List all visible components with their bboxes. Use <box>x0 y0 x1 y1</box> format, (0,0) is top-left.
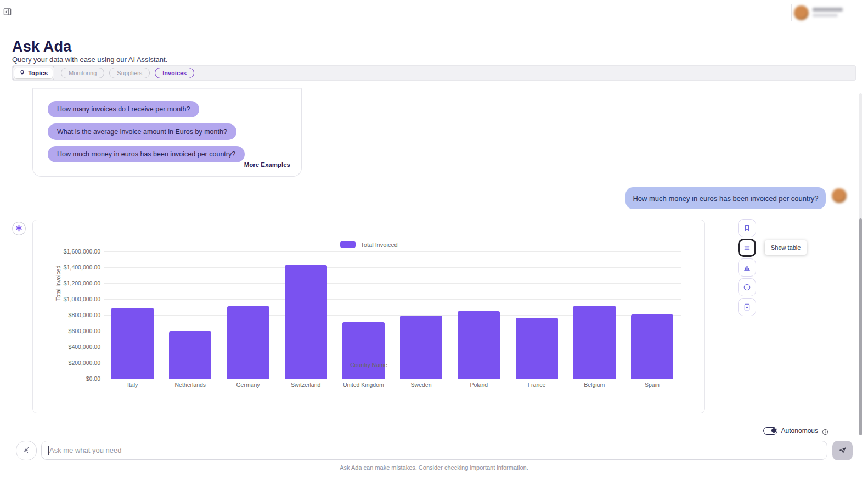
legend-label: Total Invoiced <box>360 241 397 248</box>
bookmark-button[interactable] <box>738 219 756 237</box>
y-tick-label: $1,400,000.00 <box>51 264 100 271</box>
filter-pills: MonitoringSuppliersInvoices <box>61 66 194 80</box>
clear-chat-button[interactable] <box>16 441 37 460</box>
suggestions-card: How many invoices do I receive per month… <box>32 88 302 177</box>
x-axis-title: Country Name <box>33 362 704 368</box>
suggestion-pill-2[interactable]: How much money in euros has been invoice… <box>48 146 245 162</box>
page-title: Ask Ada <box>12 38 71 55</box>
user-name-redacted <box>813 8 843 12</box>
gridline <box>104 251 681 252</box>
tab-suppliers[interactable]: Suppliers <box>109 68 150 78</box>
info-icon <box>743 283 751 291</box>
autonomous-label: Autonomous <box>781 427 818 435</box>
suggestion-pill-1[interactable]: What is the average invoice amount in Eu… <box>48 123 236 140</box>
bar-netherlands[interactable] <box>169 331 211 379</box>
show-table-tooltip: Show table <box>765 240 807 255</box>
chart-card: Total Invoiced Total Invoiced $0.00$200,… <box>32 220 705 413</box>
page-subtitle: Query your data with ease using our AI A… <box>12 55 167 64</box>
bar-france[interactable] <box>516 318 558 379</box>
x-tick-label: Switzerland <box>277 381 335 388</box>
y-tick-label: $1,200,000.00 <box>51 280 100 286</box>
header-divider <box>791 4 792 21</box>
info-button[interactable] <box>738 278 756 296</box>
user-role-redacted <box>813 14 838 17</box>
show-table-button[interactable] <box>738 239 756 257</box>
export-icon <box>743 303 751 311</box>
show-table-icon <box>743 244 751 252</box>
bar-chart-plot: $0.00$200,000.00$400,000.00$600,000.00$8… <box>104 251 681 379</box>
topics-tab-bar: Topics MonitoringSuppliersInvoices <box>12 65 856 81</box>
user-message-bubble: How much money in euros has been invoice… <box>625 187 826 209</box>
gridline <box>104 379 681 379</box>
y-tick-label: $1,600,000.00 <box>51 248 100 255</box>
x-tick-label: Sweden <box>392 381 450 388</box>
bookmark-icon <box>743 224 751 232</box>
x-tick-label: France <box>508 381 566 388</box>
sparkle-asterisk-icon <box>15 224 22 234</box>
y-tick-label: $800,000.00 <box>51 312 100 318</box>
scrollbar-thumb[interactable] <box>859 218 862 435</box>
autonomous-row: Autonomous <box>0 427 828 435</box>
show-chart-button[interactable] <box>738 258 756 277</box>
more-examples-link[interactable]: More Examples <box>244 161 290 168</box>
x-tick-label: Spain <box>623 381 681 388</box>
gridline <box>104 299 681 300</box>
chart-legend[interactable]: Total Invoiced <box>33 241 704 248</box>
suggestion-pill-0[interactable]: How many invoices do I receive per month… <box>48 101 199 117</box>
chat-input[interactable] <box>41 441 827 460</box>
y-tick-label: $400,000.00 <box>51 344 100 350</box>
bar-sweden[interactable] <box>400 316 442 379</box>
suggestion-list: How many invoices do I receive per month… <box>48 101 245 162</box>
user-avatar[interactable] <box>794 5 809 20</box>
y-tick-label: $1,000,000.00 <box>51 296 100 302</box>
bar-poland[interactable] <box>458 311 500 379</box>
bar-spain[interactable] <box>631 314 673 379</box>
lightbulb-icon <box>19 70 25 77</box>
disclaimer-text: Ask Ada can make mistakes. Consider chec… <box>0 464 868 471</box>
x-tick-label: Netherlands <box>161 381 219 388</box>
sidebar-collapse-button[interactable] <box>2 8 12 18</box>
user-message-avatar <box>832 188 847 203</box>
tab-topics-label: Topics <box>28 70 48 76</box>
send-button[interactable] <box>832 441 853 460</box>
tab-invoices[interactable]: Invoices <box>155 68 194 78</box>
show-chart-icon <box>743 263 751 272</box>
x-tick-label: Belgium <box>565 381 623 388</box>
gridline <box>104 283 681 284</box>
bar-united-kingdom[interactable] <box>342 322 385 379</box>
legend-swatch <box>340 241 356 248</box>
chart-actions-column <box>738 219 756 316</box>
x-tick-label: Germany <box>219 381 277 388</box>
gridline <box>104 267 681 268</box>
y-tick-label: $600,000.00 <box>51 328 100 334</box>
x-tick-label: United Kingdom <box>334 381 392 388</box>
autonomous-info-icon[interactable] <box>822 428 828 434</box>
tab-monitoring[interactable]: Monitoring <box>61 68 104 78</box>
x-tick-label: Poland <box>450 381 508 388</box>
sidebar-collapse-icon <box>3 9 12 18</box>
broom-icon <box>22 446 30 455</box>
text-caret <box>48 446 49 455</box>
assistant-avatar <box>12 222 26 235</box>
send-icon <box>838 446 847 456</box>
autonomous-toggle[interactable] <box>763 427 777 435</box>
tab-topics[interactable]: Topics <box>13 66 54 80</box>
export-button[interactable] <box>738 298 756 316</box>
x-tick-label: Italy <box>104 381 162 388</box>
y-tick-label: $0.00 <box>51 375 100 382</box>
